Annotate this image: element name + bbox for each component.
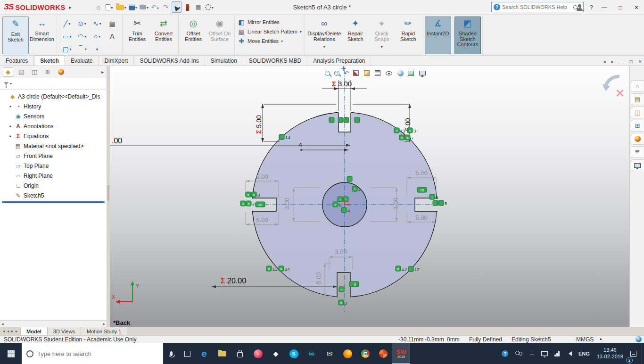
relation-badge[interactable]: = <box>355 117 360 123</box>
people-button[interactable] <box>512 343 526 364</box>
taskbar-app-mail[interactable]: ✉ <box>321 343 339 364</box>
dimension-label[interactable]: 5.00 <box>415 214 427 221</box>
relation-badge[interactable]: =2 <box>352 186 361 192</box>
tree-item-sensors[interactable]: ◉ Sensors <box>0 111 107 121</box>
linear-sketch-pattern-button[interactable]: ▦ Linear Sketch Pattern <box>238 28 302 35</box>
tree-item-sketch5[interactable]: ✎ Sketch5 <box>0 190 107 200</box>
expand-icon[interactable]: ▸ <box>8 124 13 128</box>
relation-badge[interactable]: =0 <box>417 187 427 192</box>
relation-badge[interactable]: =13 <box>266 266 278 272</box>
tree-item-annotations[interactable]: ▸ A Annotations <box>0 121 107 131</box>
relation-badge[interactable]: =4 <box>341 207 350 213</box>
minimize-button[interactable]: — <box>600 4 609 11</box>
exit-sketch-button[interactable]: ✎ Exit Sketch <box>2 17 29 54</box>
pane-back-icon[interactable]: ◂ <box>603 59 606 64</box>
undo-button[interactable]: ↶ <box>150 1 160 13</box>
section-view-button[interactable] <box>353 68 360 78</box>
user-account-icon[interactable] <box>577 4 583 11</box>
taskbar-app-dropbox[interactable]: ◆ <box>267 343 285 364</box>
menu-expand-icon[interactable]: ▸ <box>69 5 72 10</box>
relation-badge[interactable]: = <box>329 117 334 123</box>
dimxpertmanager-tab[interactable]: ⊕ <box>42 67 53 77</box>
taskbar-search-box[interactable] <box>22 343 163 364</box>
appearance-button[interactable] <box>182 1 193 13</box>
tab-addins[interactable]: SOLIDWORKS Add-Ins <box>134 56 205 66</box>
tab-evaluate[interactable]: Evaluate <box>65 56 99 66</box>
help-tray-button[interactable]: ? <box>498 343 512 364</box>
displaymanager-tab[interactable] <box>56 67 66 77</box>
rapid-sketch-button[interactable]: ✏ Rapid Sketch <box>395 17 421 54</box>
relation-badge[interactable]: =0 <box>349 281 359 287</box>
relations-caret-icon[interactable] <box>323 43 325 50</box>
offset-entities-button[interactable]: ◎ Offset Entities <box>180 17 206 54</box>
resource-monitor-icon[interactable] <box>636 336 642 342</box>
file-explorer-tab[interactable]: ◫ <box>631 107 644 118</box>
sketch-picture-tool[interactable]: ▦ <box>105 17 119 30</box>
tree-item-material[interactable]: ▤ Material <not specified> <box>0 141 107 151</box>
dimension-label[interactable]: 4 <box>298 141 302 149</box>
offset-on-surface-button[interactable]: ◉ Offset On Surface <box>206 17 233 54</box>
last-tab-icon[interactable]: ▸ <box>16 329 17 333</box>
model-tab[interactable]: Model <box>21 327 48 335</box>
panel-flyout-icon[interactable]: ▸ <box>101 69 104 74</box>
forum-tab[interactable] <box>631 159 644 171</box>
help-button[interactable]: ? <box>590 4 593 11</box>
relation-badge[interactable]: = <box>339 287 344 292</box>
tree-item-history[interactable]: ▸ ◔ History <box>0 101 107 111</box>
relation-badge[interactable]: = <box>347 176 352 182</box>
relation-badge[interactable]: ==7 <box>399 135 413 141</box>
dimension-label[interactable]: 3.00 <box>335 248 347 255</box>
save-button[interactable] <box>128 1 138 13</box>
convert-entities-button[interactable]: ⇄ Convert Entities <box>150 17 177 54</box>
pane-forward-icon[interactable]: ▸ <box>611 59 614 64</box>
featuremanager-tab[interactable]: ◆ <box>3 67 13 77</box>
custom-properties-tab[interactable]: ≣ <box>631 146 644 158</box>
prev-tab-icon[interactable]: ◂ <box>7 329 9 333</box>
dimension-label[interactable]: 3.00 <box>283 198 290 209</box>
sketch-ellipse-tool[interactable]: ○ <box>90 30 104 42</box>
dimension-label[interactable]: 5.00 <box>315 272 322 284</box>
next-tab-icon[interactable]: ▸ <box>11 329 13 333</box>
sketch-circle-tool[interactable]: ⊙ <box>75 17 89 30</box>
display-delete-relations-button[interactable]: ∞ Display/Delete Relations <box>306 17 342 54</box>
tree-item-top-plane[interactable]: ▱ Top Plane <box>0 161 107 171</box>
relation-badge[interactable]: =12 <box>408 266 420 272</box>
taskbar-app-infinity[interactable]: ∞ <box>303 343 321 364</box>
relation-badge[interactable]: ==7 <box>240 201 255 207</box>
repair-sketch-button[interactable]: ✦ Repair Sketch <box>342 17 369 54</box>
home-button[interactable]: ⌂ <box>93 1 104 13</box>
3d-views-tab[interactable]: 3D Views <box>48 327 81 335</box>
smart-dimension-button[interactable]: ↔ Smart Dimension <box>29 17 55 54</box>
tab-features[interactable]: Features <box>0 56 34 66</box>
options-grid-button[interactable]: ▦ <box>193 1 204 13</box>
taskbar-search-input[interactable] <box>37 350 158 357</box>
filter-icon[interactable] <box>4 82 8 85</box>
new-document-button[interactable] <box>104 1 115 13</box>
apply-scene-button[interactable] <box>408 68 415 78</box>
open-button[interactable] <box>115 1 127 13</box>
taskbar-app-pinwheel[interactable] <box>374 343 392 364</box>
doc-close-icon[interactable]: ✕ <box>638 59 642 64</box>
print-button[interactable] <box>139 1 149 13</box>
clock[interactable]: 13:46 13-02-2019 <box>593 347 627 360</box>
dimension-label[interactable]: Σ 20.00 <box>221 277 246 285</box>
sketch-fillet-tool[interactable]: ⌒ <box>75 43 89 55</box>
dimension-label[interactable]: 5.00 <box>256 173 268 180</box>
relation-badge[interactable]: =3 <box>407 128 416 133</box>
doc-restore-icon[interactable]: □ <box>630 59 633 64</box>
notification-badge[interactable]: 2 <box>626 357 633 364</box>
instant2d-button[interactable]: ∡ Instant2D <box>425 17 451 54</box>
taskbar-app-store[interactable] <box>231 343 249 364</box>
sketch-slot-tool[interactable]: ▢ <box>60 43 74 55</box>
tab-simulation[interactable]: Simulation <box>205 56 243 66</box>
volume-button[interactable] <box>563 343 575 364</box>
maximize-button[interactable]: □ <box>616 4 625 11</box>
taskbar-app-file-explorer[interactable] <box>213 343 231 364</box>
sketch-canvas[interactable]: Y X Σ 3.00Σ 5.005.00.0045.005.003.003.00… <box>110 66 629 327</box>
dimension-label[interactable]: .00 <box>112 137 122 145</box>
dimension-label[interactable]: Σ 5.00 <box>255 115 263 134</box>
taskbar-app-music[interactable]: ♪ <box>249 343 267 364</box>
sketch-spline-tool[interactable]: ∿ <box>90 17 104 30</box>
relation-badge[interactable]: =0 <box>256 202 265 207</box>
tree-item-right-plane[interactable]: ▱ Right Plane <box>0 171 107 181</box>
